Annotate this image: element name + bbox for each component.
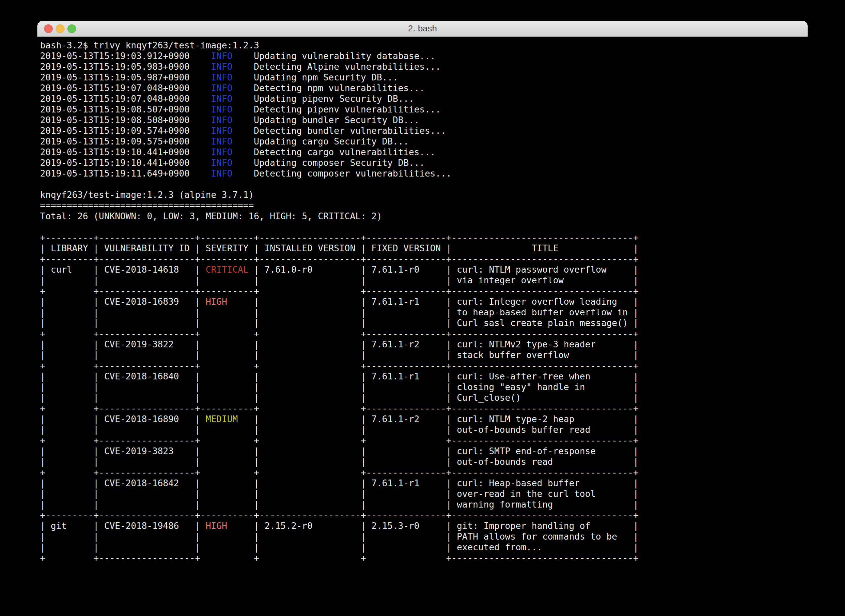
terminal-line: bash-3.2$ trivy knqyf263/test-image:1.2.… [40, 40, 808, 51]
terminal-line: 2019-05-13T15:19:11.649+0900 INFO Detect… [40, 168, 808, 179]
terminal-line: + +------------------+ + +--------------… [40, 467, 808, 478]
terminal-line: 2019-05-13T15:19:09.574+0900 INFO Detect… [40, 125, 808, 136]
terminal-line: | | | | | | Curl_close() | [40, 392, 808, 403]
minimize-button[interactable] [56, 24, 65, 33]
terminal-line [40, 179, 808, 189]
terminal-line: | curl | CVE-2018-14618 | CRITICAL | 7.6… [40, 264, 808, 275]
window-title: 2. bash [408, 23, 437, 34]
terminal-line: + +------------------+ + + +------------… [40, 435, 808, 446]
terminal-line: | | CVE-2018-16839 | HIGH | | 7.61.1-r1 … [40, 296, 808, 307]
terminal-line: 2019-05-13T15:19:07.048+0900 INFO Detect… [40, 83, 808, 94]
terminal-line: + +------------------+----------+ +-----… [40, 286, 808, 296]
terminal-line: + +------------------+ + +--------------… [40, 329, 808, 339]
terminal-line: | | CVE-2018-16890 | MEDIUM | | 7.61.1-r… [40, 414, 808, 424]
terminal-line: 2019-05-13T15:19:05.987+0900 INFO Updati… [40, 72, 808, 83]
terminal-line: + +------------------+ + + +------------… [40, 553, 808, 563]
terminal-line: + +------------------+ + +--------------… [40, 361, 808, 371]
traffic-lights [44, 24, 76, 33]
terminal-line: +---------+------------------+----------… [40, 232, 808, 243]
terminal-line: knqyf263/test-image:1.2.3 (alpine 3.7.1) [40, 189, 808, 200]
terminal-line: | | CVE-2018-16842 | | | 7.61.1-r1 | cur… [40, 478, 808, 488]
terminal-line: 2019-05-13T15:19:07.048+0900 INFO Updati… [40, 94, 808, 104]
terminal-line: 2019-05-13T15:19:10.441+0900 INFO Detect… [40, 147, 808, 157]
terminal-line [40, 221, 808, 232]
terminal-line: | | CVE-2019-3822 | | | 7.61.1-r2 | curl… [40, 339, 808, 350]
terminal-line: 2019-05-13T15:19:03.912+0900 INFO Updati… [40, 51, 808, 62]
terminal-line: | | | | | | closing "easy" handle in | [40, 382, 808, 392]
terminal-line: | | | | | | stack buffer overflow | [40, 350, 808, 361]
terminal-line: ======================================== [40, 200, 808, 211]
terminal-line: | | | | | | over-read in the curl tool | [40, 488, 808, 499]
terminal-line: | | CVE-2019-3823 | | | | curl: SMTP end… [40, 446, 808, 456]
desktop-background: { "window": { "title": "2. bash", "title… [0, 0, 845, 616]
zoom-button[interactable] [67, 24, 76, 33]
terminal-line: | | | | | | out-of-bounds buffer read | [40, 424, 808, 435]
terminal-line: +---------+------------------+----------… [40, 510, 808, 521]
terminal-line: | git | CVE-2018-19486 | HIGH | 2.15.2-r… [40, 521, 808, 531]
terminal-window: 2. bash bash-3.2$ trivy knqyf263/test-im… [37, 21, 808, 598]
close-button[interactable] [44, 24, 53, 33]
terminal-line: | LIBRARY | VULNERABILITY ID | SEVERITY … [40, 243, 808, 254]
terminal-line: + +------------------+----------+ +-----… [40, 403, 808, 414]
terminal-line: 2019-05-13T15:19:08.508+0900 INFO Updati… [40, 115, 808, 125]
terminal-line: | | | | | | via integer overflow | [40, 275, 808, 286]
terminal-line: 2019-05-13T15:19:08.507+0900 INFO Detect… [40, 104, 808, 115]
terminal-line: | | CVE-2018-16840 | | | 7.61.1-r1 | cur… [40, 371, 808, 382]
terminal-line: 2019-05-13T15:19:10.441+0900 INFO Updati… [40, 157, 808, 168]
terminal-line: 2019-05-13T15:19:09.575+0900 INFO Updati… [40, 136, 808, 147]
terminal-line: | | | | | | out-of-bounds read | [40, 456, 808, 467]
terminal-line: 2019-05-13T15:19:05.983+0900 INFO Detect… [40, 62, 808, 72]
terminal-line: Total: 26 (UNKNOWN: 0, LOW: 3, MEDIUM: 1… [40, 211, 808, 221]
terminal-line: | | | | | | warning formatting | [40, 499, 808, 510]
terminal-line: | | | | | | Curl_sasl_create_plain_messa… [40, 318, 808, 329]
titlebar[interactable]: 2. bash [37, 21, 808, 37]
terminal-line: +---------+------------------+----------… [40, 254, 808, 264]
terminal-output[interactable]: bash-3.2$ trivy knqyf263/test-image:1.2.… [37, 37, 808, 563]
terminal-line: | | | | | | PATH allows for commands to … [40, 531, 808, 542]
terminal-line: | | | | | | executed from... | [40, 542, 808, 553]
terminal-line: | | | | | | to heap-based buffer overflo… [40, 307, 808, 318]
